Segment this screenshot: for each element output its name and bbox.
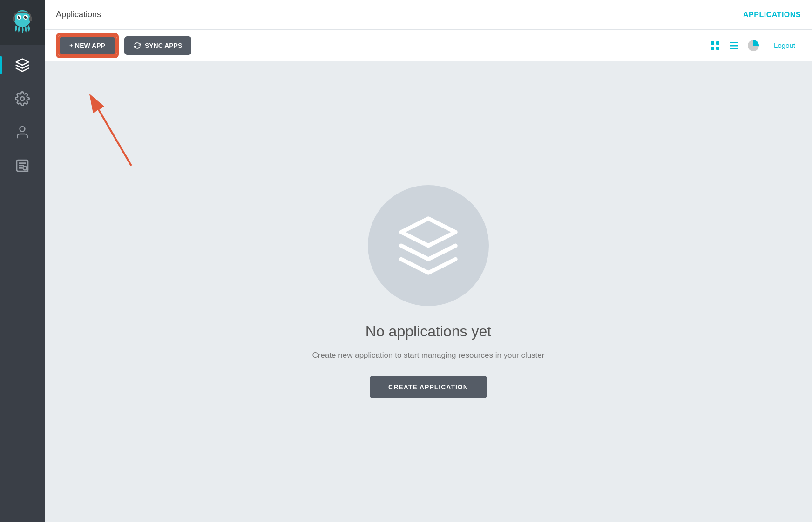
sync-apps-button[interactable]: SYNC APPS [124, 36, 191, 55]
sidebar-item-user[interactable] [0, 115, 45, 149]
svg-point-6 [26, 16, 27, 17]
svg-rect-23 [730, 45, 738, 46]
layers-icon [15, 58, 30, 73]
sidebar-item-settings[interactable] [0, 82, 45, 115]
create-application-button[interactable]: CREATE APPLICATION [370, 376, 487, 398]
main-content: Applications APPLICATIONS + NEW APP SYNC… [45, 0, 812, 522]
sidebar-item-applications[interactable] [0, 48, 45, 82]
logout-button[interactable]: Logout [768, 39, 801, 52]
octopus-logo-icon [8, 8, 36, 36]
sidebar-logo [0, 0, 45, 45]
sync-apps-label: SYNC APPS [145, 42, 182, 49]
empty-state-title: No applications yet [365, 323, 491, 340]
svg-point-11 [20, 127, 25, 132]
view-toggle [707, 36, 763, 55]
svg-rect-19 [716, 41, 719, 45]
grid-icon [710, 40, 721, 51]
svg-rect-18 [711, 41, 714, 45]
breadcrumb: APPLICATIONS [743, 11, 801, 19]
topbar-right: APPLICATIONS [743, 11, 801, 19]
svg-marker-27 [401, 218, 456, 245]
empty-state: No applications yet Create new applicati… [312, 185, 545, 399]
stats-icon [747, 39, 760, 52]
empty-state-subtitle: Create new application to start managing… [312, 349, 545, 361]
topbar-left: Applications [56, 10, 101, 20]
svg-rect-20 [711, 47, 714, 50]
svg-rect-8 [29, 17, 32, 21]
svg-rect-24 [730, 48, 738, 49]
sidebar [0, 0, 45, 522]
layers-empty-icon [396, 213, 461, 278]
page-title: Applications [56, 10, 101, 20]
svg-line-26 [99, 110, 131, 166]
svg-rect-21 [716, 47, 719, 50]
sidebar-item-docs[interactable] [0, 149, 45, 182]
gear-icon [15, 91, 30, 106]
svg-marker-9 [16, 59, 29, 65]
list-icon [728, 40, 739, 51]
grid-view-button[interactable] [707, 37, 724, 54]
svg-rect-7 [13, 17, 15, 21]
svg-point-10 [20, 97, 24, 100]
sidebar-navigation [0, 48, 45, 182]
svg-point-5 [19, 16, 20, 17]
list-view-button[interactable] [725, 37, 742, 54]
new-app-button-wrapper: + NEW APP [56, 33, 119, 58]
content-area: No applications yet Create new applicati… [45, 61, 812, 522]
docs-icon [15, 158, 30, 173]
svg-rect-22 [730, 42, 738, 43]
new-app-button[interactable]: + NEW APP [59, 36, 116, 55]
arrow-annotation [89, 91, 145, 175]
topbar: Applications APPLICATIONS [45, 0, 812, 30]
toolbar: + NEW APP SYNC APPS [45, 30, 812, 61]
empty-icon-circle [368, 185, 489, 306]
user-icon [15, 125, 30, 140]
stats-button[interactable] [744, 36, 763, 55]
sync-icon [134, 42, 141, 49]
